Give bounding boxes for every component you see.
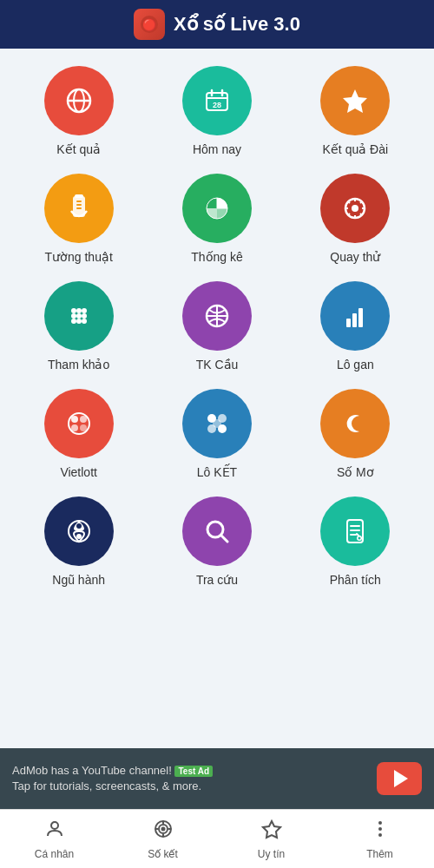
grid-item-hom-nay[interactable]: 28 Hôm nay (152, 66, 281, 156)
svg-rect-43 (358, 308, 363, 327)
svg-point-68 (161, 827, 164, 830)
bottom-nav: Cá nhân Số kết Uy tín (0, 809, 434, 868)
hom-nay-icon: 28 (182, 66, 252, 135)
grid-item-ngu-hanh[interactable]: Ngũ hành (14, 496, 143, 587)
svg-point-76 (378, 833, 382, 837)
grid-item-phan-tich[interactable]: Phân tích (291, 496, 420, 587)
svg-point-45 (71, 416, 78, 423)
nav-them-label: Thêm (366, 848, 393, 860)
main-content: Kết quả 28 Hôm nay Kết quả Đài (0, 49, 434, 748)
svg-text:28: 28 (213, 101, 221, 109)
svg-line-27 (360, 201, 362, 203)
so-mo-label: Số Mơ (337, 465, 374, 479)
grid-item-tham-khao[interactable]: Tham khảo (14, 281, 143, 372)
svg-point-46 (80, 416, 87, 423)
person-icon (44, 819, 65, 845)
ket-qua-dai-icon (320, 66, 390, 135)
svg-rect-15 (76, 207, 82, 209)
ngu-hanh-label: Ngũ hành (52, 573, 105, 587)
nav-ca-nhan[interactable]: Cá nhân (0, 810, 108, 868)
nav-uy-tin[interactable]: Uy tín (217, 810, 326, 868)
app-logo: 🔴 (134, 9, 165, 40)
grid-item-ket-qua[interactable]: Kết quả (14, 66, 143, 156)
tuong-thuat-label: Tường thuật (44, 250, 112, 264)
grid-item-lo-gan[interactable]: Lô gan (291, 281, 420, 372)
grid-item-vietlott[interactable]: Vietlott (14, 389, 143, 479)
tuong-thuat-icon (44, 174, 114, 243)
grid-item-so-mo[interactable]: Số Mơ (291, 389, 420, 479)
svg-point-32 (82, 319, 87, 324)
svg-point-47 (71, 424, 78, 431)
vietlott-icon (44, 389, 114, 458)
nav-them[interactable]: Thêm (326, 810, 434, 868)
tra-cuu-icon (182, 496, 252, 566)
nav-ca-nhan-label: Cá nhân (35, 848, 74, 860)
nav-uy-tin-label: Uy tín (258, 848, 285, 860)
ket-qua-dai-label: Kết quả Đài (323, 142, 389, 156)
svg-point-30 (82, 308, 87, 313)
svg-point-35 (82, 313, 87, 319)
tk-cau-label: TK Cầu (196, 358, 239, 372)
tk-cau-icon (182, 281, 252, 351)
lo-gan-label: Lô gan (337, 358, 374, 372)
phan-tich-label: Phân tích (330, 573, 381, 587)
ad-text-line1: AdMob has a YouTube channel! Test Ad (12, 764, 213, 777)
tham-khao-icon (44, 281, 114, 351)
lo-ket-label: Lô KẾT (197, 465, 237, 479)
grid-item-thong-ke[interactable]: Thống kê (152, 174, 281, 264)
lo-ket-icon (182, 389, 252, 458)
nav-so-ket-label: Số kết (148, 848, 178, 860)
svg-rect-42 (352, 313, 357, 327)
svg-rect-12 (75, 194, 83, 198)
grid-item-lo-ket[interactable]: Lô KẾT (152, 389, 281, 479)
svg-rect-41 (346, 319, 351, 327)
grid-item-quay-thu[interactable]: Quay thử (291, 174, 420, 264)
youtube-play-icon (394, 770, 408, 787)
svg-point-74 (378, 821, 382, 825)
star-nav-icon (261, 819, 282, 845)
svg-point-48 (80, 424, 87, 431)
grid-item-ket-qua-dai[interactable]: Kết quả Đài (291, 66, 420, 156)
app-header: 🔴 Xổ số Live 3.0 (0, 0, 434, 49)
svg-rect-14 (76, 204, 82, 206)
icon-grid: Kết quả 28 Hôm nay Kết quả Đài (14, 66, 420, 587)
svg-point-34 (71, 313, 76, 319)
svg-line-58 (221, 536, 227, 542)
target-icon (153, 819, 174, 845)
ket-qua-label: Kết quả (56, 142, 101, 156)
grid-item-tra-cuu[interactable]: Tra cứu (152, 496, 281, 587)
svg-point-64 (358, 537, 361, 540)
ad-banner[interactable]: AdMob has a YouTube channel! Test Ad Tap… (0, 748, 434, 809)
grid-item-tk-cau[interactable]: TK Cầu (152, 281, 281, 372)
tham-khao-label: Tham khảo (48, 358, 109, 372)
svg-point-75 (378, 827, 382, 831)
ad-text: AdMob has a YouTube channel! Test Ad Tap… (12, 763, 368, 794)
header-title: Xổ số Live 3.0 (174, 13, 300, 36)
ngu-hanh-icon (44, 496, 114, 566)
svg-point-53 (213, 419, 221, 428)
thong-ke-label: Thống kê (191, 250, 243, 264)
svg-point-20 (352, 205, 358, 212)
svg-marker-10 (343, 89, 367, 113)
svg-rect-13 (76, 201, 82, 202)
youtube-button[interactable] (377, 762, 422, 795)
thong-ke-icon (182, 174, 252, 243)
hom-nay-label: Hôm nay (193, 142, 241, 156)
svg-point-36 (76, 308, 82, 313)
tra-cuu-label: Tra cứu (196, 573, 238, 587)
so-mo-icon (320, 389, 390, 458)
nav-so-ket[interactable]: Số kết (108, 810, 217, 868)
svg-point-65 (51, 822, 58, 829)
phan-tich-icon (320, 496, 390, 566)
svg-point-37 (76, 319, 82, 324)
svg-point-44 (69, 413, 89, 434)
svg-line-28 (348, 214, 350, 215)
svg-line-26 (360, 214, 362, 215)
grid-item-tuong-thuat[interactable]: Tường thuật (14, 174, 143, 264)
svg-line-25 (348, 201, 350, 203)
svg-text:🔴: 🔴 (142, 17, 157, 32)
svg-point-29 (71, 308, 76, 313)
quay-thu-icon (320, 174, 390, 243)
svg-point-33 (76, 313, 82, 319)
more-icon (370, 819, 391, 845)
